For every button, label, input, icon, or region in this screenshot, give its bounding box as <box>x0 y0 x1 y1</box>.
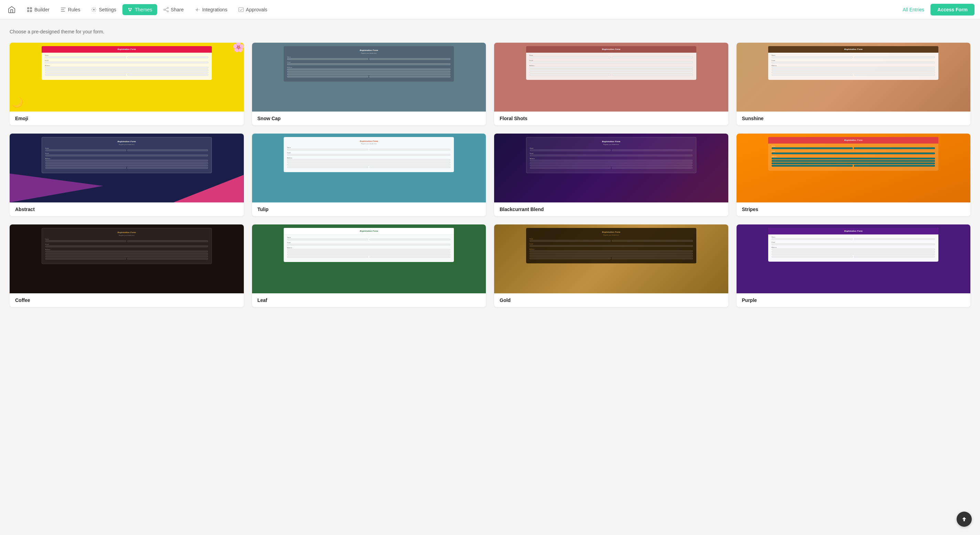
svg-rect-3 <box>30 10 32 12</box>
theme-card-leaf[interactable]: Registration Form Name Email Address <box>252 224 486 307</box>
nav-approvals[interactable]: Approvals <box>234 4 272 15</box>
scroll-to-top-button[interactable] <box>957 512 972 527</box>
theme-card-gold[interactable]: Registration FormRegister your details h… <box>494 224 728 307</box>
svg-point-9 <box>130 8 132 9</box>
svg-rect-5 <box>61 9 64 10</box>
theme-preview-leaf: Registration Form Name Email Address <box>252 224 486 293</box>
svg-point-7 <box>93 9 95 10</box>
theme-card-sunshine[interactable]: Registration Form Name Email Address <box>737 43 971 125</box>
theme-name-tulip: Tulip <box>252 203 486 216</box>
theme-card-coffee[interactable]: Registration FormRegister your details h… <box>10 224 244 307</box>
theme-name-snowcap: Snow Cap <box>252 112 486 125</box>
theme-card-snowcap[interactable]: Registration FormRegister your details h… <box>252 43 486 125</box>
theme-name-abstract: Abstract <box>10 203 244 216</box>
svg-rect-15 <box>239 8 243 12</box>
theme-preview-emoji: 🌸🌙 Registration Form Name Email Address <box>10 43 244 112</box>
theme-card-tulip[interactable]: Registration FormRegister your details h… <box>252 134 486 216</box>
nav-share[interactable]: Share <box>159 4 188 15</box>
theme-preview-tulip: Registration FormRegister your details h… <box>252 134 486 203</box>
theme-card-abstract[interactable]: Registration FormRegister your details h… <box>10 134 244 216</box>
theme-preview-gold: Registration FormRegister your details h… <box>494 224 728 293</box>
nav-settings[interactable]: Settings <box>86 4 121 15</box>
page-subtitle: Choose a pre-designed theme for your for… <box>10 29 970 34</box>
svg-point-12 <box>164 9 165 10</box>
main-content: Choose a pre-designed theme for your for… <box>0 19 980 321</box>
nav-rules[interactable]: Rules <box>56 4 85 15</box>
theme-preview-coffee: Registration FormRegister your details h… <box>10 224 244 293</box>
theme-card-floral[interactable]: Registration Form Name Email Address <box>494 43 728 125</box>
nav-builder[interactable]: Builder <box>22 4 54 15</box>
theme-preview-floral: Registration Form Name Email Address <box>494 43 728 112</box>
theme-card-emoji[interactable]: 🌸🌙 Registration Form Name Email Address <box>10 43 244 125</box>
svg-rect-0 <box>27 7 29 9</box>
themes-grid: 🌸🌙 Registration Form Name Email Address <box>10 43 970 307</box>
svg-point-8 <box>128 8 130 9</box>
theme-preview-sunshine: Registration Form Name Email Address <box>737 43 971 112</box>
theme-card-blackcurrant[interactable]: Registration FormRegister your details h… <box>494 134 728 216</box>
svg-rect-4 <box>61 8 66 8</box>
navigation: Builder Rules Settings Themes <box>0 0 980 19</box>
theme-preview-blackcurrant: Registration FormRegister your details h… <box>494 134 728 203</box>
svg-point-14 <box>197 9 198 10</box>
svg-rect-6 <box>61 11 65 12</box>
theme-name-coffee: Coffee <box>10 293 244 307</box>
theme-name-floral: Floral Shots <box>494 112 728 125</box>
svg-point-13 <box>167 11 169 12</box>
theme-preview-abstract: Registration FormRegister your details h… <box>10 134 244 203</box>
nav-themes[interactable]: Themes <box>123 4 157 15</box>
svg-point-11 <box>167 7 169 9</box>
theme-preview-purple: Registration Form Name Email Address <box>737 224 971 293</box>
theme-name-leaf: Leaf <box>252 293 486 307</box>
svg-rect-2 <box>27 10 29 12</box>
theme-name-blackcurrant: Blackcurrant Blend <box>494 203 728 216</box>
nav-integrations[interactable]: Integrations <box>190 4 232 15</box>
theme-card-purple[interactable]: Registration Form Name Email Address <box>737 224 971 307</box>
all-entries-link[interactable]: All Entries <box>898 4 929 15</box>
theme-name-stripes: Stripes <box>737 203 971 216</box>
theme-name-sunshine: Sunshine <box>737 112 971 125</box>
theme-card-stripes[interactable]: Registration Form Name Email Address <box>737 134 971 216</box>
theme-name-purple: Purple <box>737 293 971 307</box>
access-form-button[interactable]: Access Form <box>931 4 975 16</box>
home-button[interactable] <box>5 3 18 16</box>
theme-name-emoji: Emoji <box>10 112 244 125</box>
theme-preview-stripes: Registration Form Name Email Address <box>737 134 971 203</box>
svg-rect-1 <box>30 7 32 9</box>
theme-preview-snowcap: Registration FormRegister your details h… <box>252 43 486 112</box>
theme-name-gold: Gold <box>494 293 728 307</box>
